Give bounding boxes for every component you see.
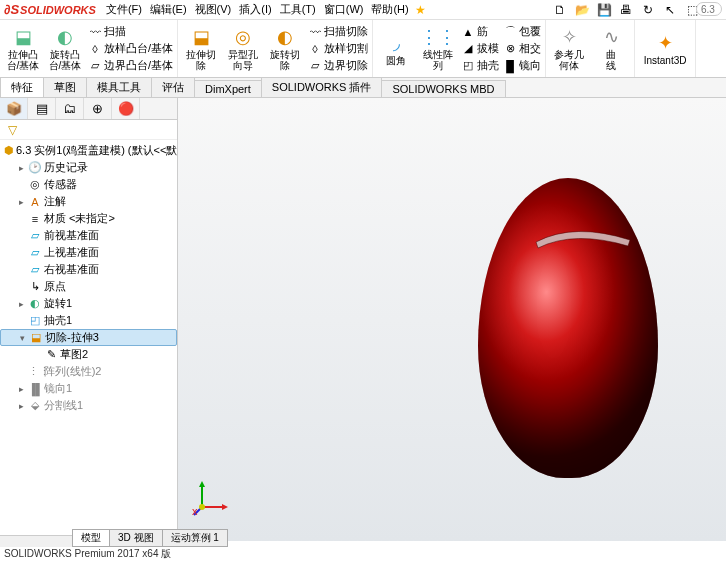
linear-pattern-button[interactable]: ⋮⋮线性阵 列 xyxy=(417,22,459,76)
menu-view[interactable]: 视图(V) xyxy=(191,2,236,17)
tab-features[interactable]: 特征 xyxy=(0,77,44,97)
loft-button[interactable]: ◊放样凸台/基体 xyxy=(86,40,175,57)
tree-sketch2[interactable]: ✎草图2 xyxy=(0,346,177,363)
menu-edit[interactable]: 编辑(E) xyxy=(146,2,191,17)
tab-mold[interactable]: 模具工具 xyxy=(86,77,152,97)
hole-wizard-button[interactable]: ◎异型孔 向导 xyxy=(222,22,264,76)
main-area: 📦 ▤ 🗂 ⊕ 🔴 ▽ ⬢6.3 实例1(鸡蛋盖建模) (默认<<默认>_显 ▸… xyxy=(0,98,726,541)
print-icon[interactable]: 🖶 xyxy=(618,2,634,18)
cut-boundary-icon: ▱ xyxy=(308,59,322,73)
tree-material[interactable]: ≡材质 <未指定> xyxy=(0,210,177,227)
menu-help[interactable]: 帮助(H) xyxy=(367,2,412,17)
egg-cut-slot xyxy=(534,226,634,250)
menu-tools[interactable]: 工具(T) xyxy=(276,2,320,17)
egg-body xyxy=(478,178,658,478)
tree-split1[interactable]: ▸⬙分割线1 xyxy=(0,397,177,414)
tree-origin[interactable]: ↳原点 xyxy=(0,278,177,295)
cut-revolve-button[interactable]: ◐旋转切 除 xyxy=(264,22,306,76)
tree-history[interactable]: ▸🕑历史记录 xyxy=(0,159,177,176)
cursor-icon[interactable]: ↖ xyxy=(662,2,678,18)
tree-top-plane[interactable]: ▱上视基准面 xyxy=(0,244,177,261)
menu-file[interactable]: 文件(F) xyxy=(102,2,146,17)
bottom-tabs: 模型 3D 视图 运动算例 1 xyxy=(72,529,227,547)
cut-extrude-button[interactable]: ⬓拉伸切 除 xyxy=(180,22,222,76)
tab-evaluate[interactable]: 评估 xyxy=(151,77,195,97)
mirror-button[interactable]: ▐▌镜向 xyxy=(501,57,543,74)
sweep-icon: 〰 xyxy=(88,25,102,39)
curves-button[interactable]: ∿曲 线 xyxy=(590,22,632,76)
extrude-boss-button[interactable]: ⬓拉伸凸 台/基体 xyxy=(2,22,44,76)
app-name: SOLIDWORKS xyxy=(20,4,96,16)
tab-addins[interactable]: SOLIDWORKS 插件 xyxy=(261,77,383,97)
ref-geometry-icon: ✧ xyxy=(558,26,580,48)
configmanager-tab[interactable]: 🗂 xyxy=(56,98,84,119)
open-icon[interactable]: 📂 xyxy=(574,2,590,18)
tree-sensors[interactable]: ◎传感器 xyxy=(0,176,177,193)
loft-icon: ◊ xyxy=(88,42,102,56)
command-tabs: 特征 草图 模具工具 评估 DimXpert SOLIDWORKS 插件 SOL… xyxy=(0,78,726,98)
tab-dimxpert[interactable]: DimXpert xyxy=(194,80,262,97)
new-doc-icon[interactable]: 🗋 xyxy=(552,2,568,18)
propertymanager-tab[interactable]: ▤ xyxy=(28,98,56,119)
triad-icon[interactable]: x xyxy=(192,477,232,517)
tree-shell1[interactable]: ◰抽壳1 xyxy=(0,312,177,329)
filter-bar: ▽ xyxy=(0,120,177,140)
tree-right-plane[interactable]: ▱右视基准面 xyxy=(0,261,177,278)
boundary-button[interactable]: ▱边界凸台/基体 xyxy=(86,57,175,74)
svg-point-5 xyxy=(199,504,205,510)
fillet-button[interactable]: ◞圆角 xyxy=(375,22,417,76)
manager-tabs: 📦 ▤ 🗂 ⊕ 🔴 xyxy=(0,98,177,120)
cut-loft-button[interactable]: ◊放样切割 xyxy=(306,40,370,57)
draft-button[interactable]: ◢拔模 xyxy=(459,40,501,57)
tree-revolve1[interactable]: ▸◐旋转1 xyxy=(0,295,177,312)
cut-sweep-icon: 〰 xyxy=(308,25,322,39)
tree-root[interactable]: ⬢6.3 实例1(鸡蛋盖建模) (默认<<默认>_显 xyxy=(0,142,177,159)
extrude-boss-icon: ⬓ xyxy=(12,26,34,48)
rebuild-icon[interactable]: ↻ xyxy=(640,2,656,18)
feature-tree[interactable]: ⬢6.3 实例1(鸡蛋盖建模) (默认<<默认>_显 ▸🕑历史记录 ◎传感器 ▸… xyxy=(0,140,177,541)
filter-icon[interactable]: ▽ xyxy=(4,122,20,138)
cut-extrude-icon: ⬓ xyxy=(190,26,212,48)
sweep-button[interactable]: 〰扫描 xyxy=(86,23,175,40)
help-icon[interactable]: ★ xyxy=(413,2,429,18)
btab-motion[interactable]: 运动算例 1 xyxy=(162,529,228,547)
svg-text:x: x xyxy=(192,505,198,517)
dimxpert-tab[interactable]: ⊕ xyxy=(84,98,112,119)
search-input[interactable] xyxy=(696,2,722,16)
svg-marker-3 xyxy=(222,504,228,510)
logo-icon: ∂S xyxy=(4,2,19,17)
btab-model[interactable]: 模型 xyxy=(72,529,110,547)
intersect-button[interactable]: ⊗相交 xyxy=(501,40,543,57)
tree-front-plane[interactable]: ▱前视基准面 xyxy=(0,227,177,244)
tree-lpattern2[interactable]: ⋮⋮阵列(线性)2 xyxy=(0,363,177,380)
intersect-icon: ⊗ xyxy=(503,42,517,56)
linear-pattern-icon: ⋮⋮ xyxy=(427,26,449,48)
tab-mbd[interactable]: SOLIDWORKS MBD xyxy=(381,80,505,97)
menu-insert[interactable]: 插入(I) xyxy=(235,2,275,17)
cut-revolve-icon: ◐ xyxy=(274,26,296,48)
cut-loft-icon: ◊ xyxy=(308,42,322,56)
menu-window[interactable]: 窗口(W) xyxy=(320,2,368,17)
displaymanager-tab[interactable]: 🔴 xyxy=(112,98,140,119)
tree-mirror1[interactable]: ▸▐▌镜向1 xyxy=(0,380,177,397)
curves-icon: ∿ xyxy=(600,26,622,48)
app-logo: ∂S SOLIDWORKS xyxy=(4,2,96,17)
tree-cut-extrude3[interactable]: ▾⬓切除-拉伸3 xyxy=(0,329,177,346)
instant3d-button[interactable]: ✦Instant3D xyxy=(637,22,693,76)
tab-sketch[interactable]: 草图 xyxy=(43,77,87,97)
save-icon[interactable]: 💾 xyxy=(596,2,612,18)
menubar: ∂S SOLIDWORKS 文件(F) 编辑(E) 视图(V) 插入(I) 工具… xyxy=(0,0,726,20)
graphics-viewport[interactable]: x xyxy=(178,98,726,541)
revolve-boss-button[interactable]: ◐旋转凸 台/基体 xyxy=(44,22,86,76)
cut-sweep-button[interactable]: 〰扫描切除 xyxy=(306,23,370,40)
model-egg xyxy=(478,178,658,478)
featuremanager-tab[interactable]: 📦 xyxy=(0,98,28,119)
rib-button[interactable]: ▲筋 xyxy=(459,23,501,40)
shell-button[interactable]: ◰抽壳 xyxy=(459,57,501,74)
tree-annotations[interactable]: ▸A注解 xyxy=(0,193,177,210)
cut-boundary-button[interactable]: ▱边界切除 xyxy=(306,57,370,74)
wrap-button[interactable]: ⌒包覆 xyxy=(501,23,543,40)
btab-3dview[interactable]: 3D 视图 xyxy=(109,529,163,547)
mirror-icon: ▐▌ xyxy=(503,59,517,73)
ref-geometry-button[interactable]: ✧参考几 何体 xyxy=(548,22,590,76)
